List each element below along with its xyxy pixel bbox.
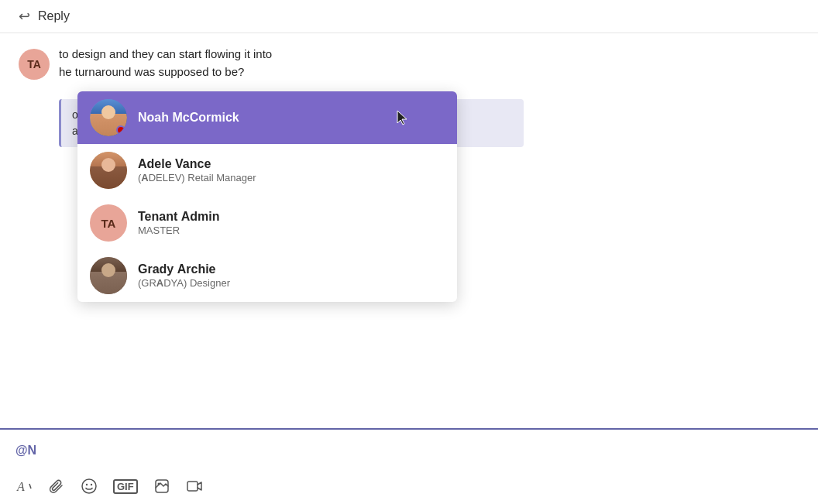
mention-item-grady[interactable]: Grady Archie (GRADYA) Designer <box>77 249 457 302</box>
avatar: TA <box>19 49 50 80</box>
svg-line-1 <box>29 484 31 489</box>
status-dot-noah <box>116 125 125 135</box>
attach-icon[interactable] <box>48 478 65 495</box>
input-text[interactable]: @N <box>15 444 803 458</box>
svg-point-4 <box>91 484 92 485</box>
mention-avatar-tenant: TA <box>90 204 127 242</box>
mention-info-tenant: Tenant Admin MASTER <box>138 210 219 236</box>
mention-info-adele: Adele Vance (ADELEV) Retail Manager <box>138 157 256 183</box>
mention-avatar-adele <box>90 152 127 189</box>
at-mention-text: @N <box>15 444 36 457</box>
mention-sub-adele: (ADELEV) Retail Manager <box>138 172 256 183</box>
message-text: to design and they can start flowing it … <box>59 46 799 81</box>
mention-name-noah: Noah McCormick <box>138 111 239 125</box>
toolbar: A GIF <box>0 471 818 504</box>
input-area[interactable]: @N <box>0 428 818 471</box>
mention-item-tenant[interactable]: TA Tenant Admin MASTER <box>77 197 457 249</box>
sticker-icon[interactable] <box>153 478 170 495</box>
emoji-icon[interactable] <box>81 478 98 495</box>
mention-info-grady: Grady Archie (GRADYA) Designer <box>138 262 230 289</box>
mention-avatar-grady <box>90 257 127 294</box>
svg-rect-7 <box>187 482 198 491</box>
mention-info-noah: Noah McCormick <box>138 111 239 125</box>
svg-point-3 <box>86 484 88 485</box>
mention-name-adele: Adele Vance <box>138 157 256 171</box>
mention-sub-grady: (GRADYA) Designer <box>138 277 230 289</box>
cursor-pointer <box>395 110 411 125</box>
format-text-icon[interactable]: A <box>15 478 33 495</box>
gif-icon[interactable]: GIF <box>113 479 138 494</box>
mention-item-adele[interactable]: Adele Vance (ADELEV) Retail Manager <box>77 144 457 197</box>
mention-sub-tenant: MASTER <box>138 225 219 236</box>
mention-avatar-noah <box>90 99 127 136</box>
svg-point-2 <box>82 479 96 493</box>
svg-text:A: A <box>16 480 25 493</box>
message-content: to design and they can start flowing it … <box>59 46 799 87</box>
mention-name-grady: Grady Archie <box>138 262 230 276</box>
message-area: TA to design and they can start flowing … <box>0 33 818 428</box>
mention-name-tenant: Tenant Admin <box>138 210 219 224</box>
main-container: ↩ Reply TA to design and they can start … <box>0 0 818 504</box>
mention-dropdown: Noah McCormick Adele Vance <box>77 91 457 302</box>
reply-icon: ↩ <box>19 8 30 25</box>
mention-item-noah[interactable]: Noah McCormick <box>77 91 457 144</box>
reply-label: Reply <box>38 9 70 23</box>
reply-bar[interactable]: ↩ Reply <box>0 0 818 33</box>
video-icon[interactable] <box>186 478 203 495</box>
message-block: TA to design and they can start flowing … <box>19 46 799 87</box>
svg-point-6 <box>157 483 160 485</box>
